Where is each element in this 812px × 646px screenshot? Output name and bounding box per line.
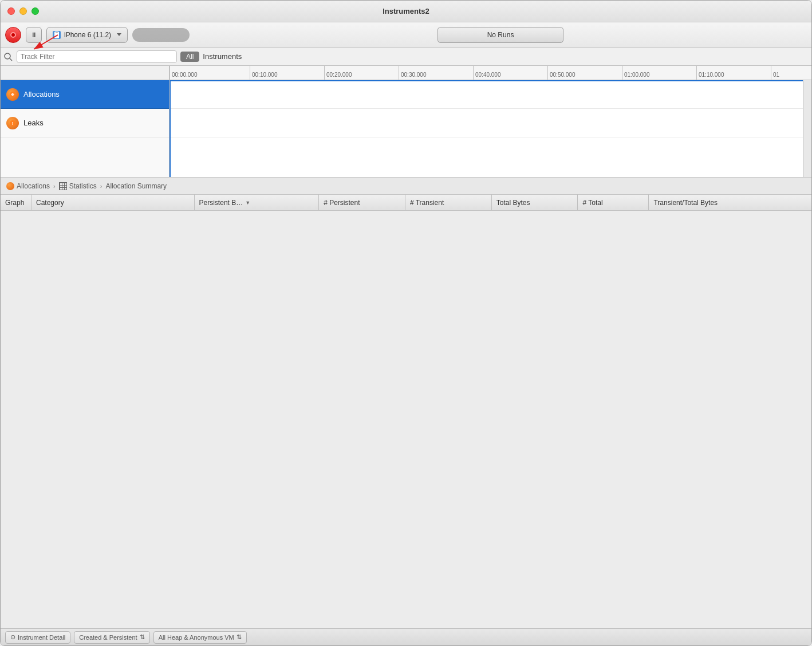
minimize-button[interactable] — [19, 7, 27, 15]
target-pill[interactable] — [132, 28, 190, 42]
all-heap-segment[interactable]: All Heap & Anonymous VM ⇅ — [153, 631, 247, 644]
instrument-detail-segment[interactable]: ⊙ Instrument Detail — [5, 631, 70, 644]
col-header-num-total[interactable]: # Total — [578, 195, 649, 210]
breadcrumb-sep-1: › — [53, 183, 56, 190]
col-label-persistent: Persistent B… — [199, 199, 243, 207]
track-filter-bar: All Instruments — [1, 48, 811, 66]
allocations-track-name: Allocations — [23, 90, 60, 99]
ruler-tick-8: 01 — [771, 66, 805, 80]
col-header-category[interactable]: Category — [31, 195, 195, 210]
grid-icon — [59, 182, 67, 190]
all-button[interactable]: All — [180, 52, 199, 62]
breadcrumb-allocations: Allocations — [6, 182, 50, 190]
detail-pane: Allocations › Statistics › Allocation Su… — [1, 178, 811, 211]
instrument-detail-label: Instrument Detail — [18, 634, 65, 641]
created-persistent-arrows: ⇅ — [140, 633, 145, 641]
leaks-track-icon: ! — [6, 117, 19, 129]
col-header-num-persistent[interactable]: # Persistent — [319, 195, 405, 210]
track-list: Allocations ! Leaks — [1, 80, 170, 177]
track-filter-input[interactable] — [17, 50, 177, 63]
breadcrumb-statistics-label: Statistics — [69, 182, 97, 190]
timeline-empty-space — [170, 137, 803, 177]
instrument-detail-icon: ⊙ — [10, 633, 15, 641]
ruler-tick-3: 00:30.000 — [399, 66, 473, 80]
breadcrumb-sep-2: › — [100, 183, 103, 190]
breadcrumb: Allocations › Statistics › Allocation Su… — [1, 178, 811, 195]
breadcrumb-statistics[interactable]: Statistics — [59, 182, 97, 190]
device-arrow-icon — [117, 33, 121, 36]
ruler-tick-4: 00:40.000 — [473, 66, 547, 80]
app-window: Instruments2 ⏸ iPhone 6 (11.2) No Runs — [0, 0, 812, 646]
filter-icon[interactable] — [3, 52, 13, 62]
ruler-tick-7: 01:10.000 — [696, 66, 771, 80]
track-item-allocations[interactable]: Allocations — [1, 80, 169, 109]
pause-button[interactable]: ⏸ — [26, 27, 42, 43]
col-header-graph[interactable]: Graph — [1, 195, 31, 210]
ruler-tick-6: 01:00.000 — [622, 66, 696, 80]
window-title: Instruments2 — [383, 7, 429, 15]
data-table: Graph Category Persistent B… ▼ # Persist… — [1, 195, 811, 211]
tracks-area: Allocations ! Leaks — [1, 80, 811, 178]
col-header-persistent-bytes[interactable]: Persistent B… ▼ — [195, 195, 320, 210]
bottom-bar: ⊙ Instrument Detail Created & Persistent… — [1, 628, 811, 645]
device-name-label: iPhone 6 (11.2) — [64, 31, 111, 39]
created-persistent-segment[interactable]: Created & Persistent ⇅ — [74, 631, 150, 644]
breadcrumb-summary: Allocation Summary — [105, 182, 167, 190]
all-heap-label: All Heap & Anonymous VM — [159, 634, 234, 641]
toolbar: ⏸ iPhone 6 (11.2) No Runs — [1, 22, 811, 48]
pause-icon: ⏸ — [30, 31, 37, 39]
allocations-timeline[interactable] — [170, 80, 803, 109]
svg-line-5 — [10, 58, 12, 61]
track-item-leaks[interactable]: ! Leaks — [1, 109, 169, 137]
col-header-num-transient[interactable]: # Transient — [405, 195, 492, 210]
title-bar: Instruments2 — [1, 1, 811, 22]
ruler-tick-2: 00:20.000 — [324, 66, 399, 80]
all-heap-arrows: ⇅ — [236, 633, 242, 641]
svg-text:!: ! — [12, 121, 14, 126]
breadcrumb-allocations-label: Allocations — [17, 182, 50, 190]
runs-label: No Runs — [487, 31, 514, 39]
leaks-track-name: Leaks — [23, 119, 44, 127]
allocations-selection-bar — [170, 80, 803, 81]
timeline-ruler-row: 00:00.000 00:10.000 00:20.000 00:30.000 … — [1, 66, 811, 80]
instruments-section-label: Instruments — [203, 52, 242, 61]
record-icon — [10, 32, 16, 38]
timeline-ruler: 00:00.000 00:10.000 00:20.000 00:30.000 … — [170, 66, 811, 80]
playhead-line — [170, 80, 171, 177]
svg-point-4 — [5, 53, 10, 59]
track-timeline-area — [170, 80, 803, 177]
allocations-breadcrumb-icon — [6, 182, 14, 190]
device-selector[interactable]: iPhone 6 (11.2) — [46, 27, 128, 43]
col-header-transient-total[interactable]: Transient/Total Bytes — [649, 195, 811, 210]
record-button[interactable] — [5, 27, 21, 43]
ruler-tick-1: 00:10.000 — [250, 66, 324, 80]
svg-rect-1 — [56, 32, 58, 33]
window-controls — [7, 7, 39, 15]
leaks-timeline[interactable] — [170, 109, 803, 137]
allocations-track-icon — [6, 88, 19, 101]
close-button[interactable] — [7, 7, 15, 15]
device-icon — [53, 31, 61, 39]
created-persistent-label: Created & Persistent — [79, 634, 137, 641]
runs-selector[interactable]: No Runs — [437, 27, 563, 43]
sort-arrow-icon: ▼ — [245, 200, 250, 206]
table-header: Graph Category Persistent B… ▼ # Persist… — [1, 195, 811, 211]
ruler-left-spacer — [1, 66, 170, 80]
ruler-tick-5: 00:50.000 — [547, 66, 622, 80]
ruler-tick-0: 00:00.000 — [170, 66, 250, 80]
maximize-button[interactable] — [31, 7, 39, 15]
col-header-total-bytes[interactable]: Total Bytes — [492, 195, 578, 210]
track-scrollbar[interactable] — [803, 80, 811, 177]
